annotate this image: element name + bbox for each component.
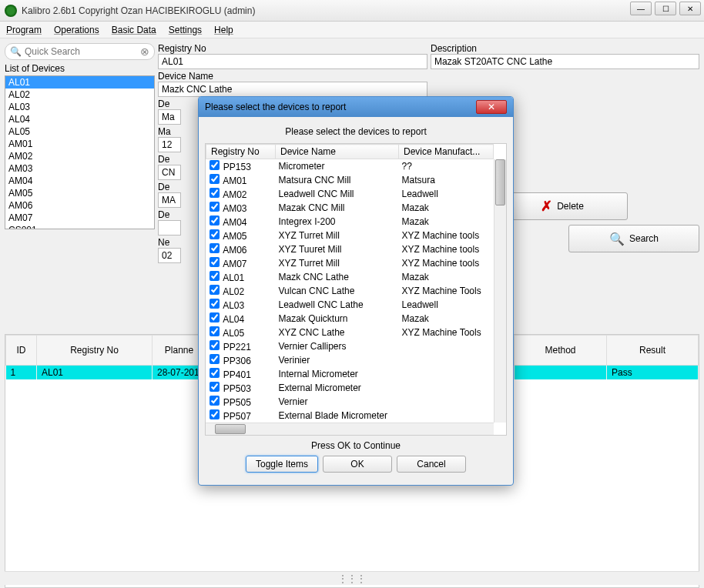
row-checkbox[interactable] [210,188,220,198]
table-row[interactable]: PP507External Blade Micrometer [206,409,494,423]
row-checkbox[interactable] [210,299,220,309]
dialog-titlebar[interactable]: Please select the devices to report ✕ [199,97,513,117]
col-registry[interactable]: Registry No [37,336,153,366]
ok-button[interactable]: OK [323,456,392,473]
delete-button[interactable]: ✗Delete [497,192,628,220]
dialog-subtitle: Please select the devices to report [205,123,507,143]
table-row[interactable]: AM04Integrex I-200Mazak [206,215,494,229]
row-checkbox[interactable] [210,382,220,392]
list-item[interactable]: AM06 [5,199,154,212]
row-checkbox[interactable] [210,160,220,170]
list-item[interactable]: AM04 [5,175,154,187]
search-icon: 🔍 [10,46,22,57]
list-item[interactable]: CS001 [5,224,154,229]
bottom-resize-grip[interactable]: ⋮⋮⋮ [5,571,699,585]
table-row[interactable]: AM05XYZ Turret MillXYZ Machine tools [206,229,494,242]
col-method[interactable]: Method [515,336,607,366]
menu-program[interactable]: Program [6,25,42,35]
table-row[interactable]: PP503External Micrometer [206,381,494,395]
list-item[interactable]: AM05 [5,187,154,199]
row-checkbox[interactable] [210,396,220,406]
delete-icon: ✗ [541,198,552,215]
app-icon [5,5,17,17]
device-name-input[interactable] [158,82,427,97]
list-item[interactable]: AL04 [5,113,154,125]
list-item[interactable]: AL05 [5,125,154,138]
device-name-label: Device Name [158,71,427,82]
row-checkbox[interactable] [210,229,220,239]
table-row[interactable]: PP401Internal Micrometer [206,367,494,381]
table-row[interactable]: AL02Vulcan CNC LatheXYZ Machine Tools [206,284,494,298]
dialog-hscrollbar[interactable] [206,423,494,435]
search-icon-btn: 🔍 [609,232,625,246]
list-item[interactable]: AL01 [5,76,154,89]
col-id[interactable]: ID [6,336,37,366]
table-row[interactable]: AL03Leadwell CNC LatheLeadwell [206,298,494,312]
cancel-button[interactable]: Cancel [397,456,466,473]
row-checkbox[interactable] [210,257,220,267]
device-report-dialog: Please select the devices to report ✕ Pl… [198,96,514,486]
table-row[interactable]: AM03Mazak CNC MillMazak [206,201,494,215]
table-row[interactable]: PP153Micrometer?? [206,159,494,174]
menu-help[interactable]: Help [214,25,233,35]
row-checkbox[interactable] [210,243,220,253]
row-checkbox[interactable] [210,326,220,336]
menu-basic-data[interactable]: Basic Data [112,25,156,35]
dialog-footer-text: Press OK to Continue [205,436,507,456]
list-item[interactable]: AL02 [5,89,154,101]
row-checkbox[interactable] [210,202,220,212]
list-item[interactable]: AM02 [5,150,154,162]
table-row[interactable]: PP221Vernier Callipers [206,339,494,353]
table-row[interactable]: AM02Leadwell CNC MillLeadwell [206,187,494,201]
dialog-title: Please select the devices to report [205,102,476,112]
table-row[interactable]: PP306Verinier [206,353,494,367]
row-checkbox[interactable] [210,215,220,226]
list-item[interactable]: AM07 [5,212,154,224]
table-row[interactable]: AL01Mazk CNC LatheMazak [206,270,494,284]
table-row[interactable]: AM06XYZ Tuuret MillXYZ Machine tools [206,242,494,256]
dialog-table[interactable]: Registry No Device Name Device Manufact.… [205,143,507,436]
clear-search-icon[interactable]: ⊗ [140,45,149,58]
app-title: Kalibro 2.6b1 Copyright Ozan HACIBEKIROG… [22,5,699,16]
list-item[interactable]: AM03 [5,162,154,175]
row-checkbox[interactable] [210,285,220,295]
table-row[interactable]: AM07XYZ Turret MillXYZ Machine tools [206,256,494,270]
device-list-label: List of Devices [5,63,155,74]
menu-operations[interactable]: Operations [54,25,99,35]
toggle-items-button[interactable]: Toggle Items [246,456,318,473]
table-row[interactable]: PP505Vernier [206,395,494,409]
device-list[interactable]: AL01AL02AL03AL04AL05AM01AM02AM03AM04AM05… [5,75,155,229]
row-checkbox[interactable] [210,368,220,378]
col-reg[interactable]: Registry No [206,145,276,159]
menu-settings[interactable]: Settings [169,25,202,35]
row-checkbox[interactable] [210,174,220,184]
registry-no-label: Registry No [158,43,427,54]
row-checkbox[interactable] [210,271,220,281]
row-checkbox[interactable] [210,340,220,350]
search-box[interactable]: 🔍 ⊗ [5,43,155,60]
registry-no-input[interactable] [158,54,427,69]
description-input[interactable] [431,54,699,69]
maximize-button[interactable]: ☐ [655,2,676,15]
search-input[interactable] [25,46,140,57]
col-name[interactable]: Device Name [276,145,399,159]
table-row[interactable]: AL04Mazak QuickturnMazak [206,312,494,326]
row-checkbox[interactable] [210,354,220,364]
row-checkbox[interactable] [210,409,220,419]
dialog-vscrollbar[interactable] [494,159,506,423]
titlebar: Kalibro 2.6b1 Copyright Ozan HACIBEKIROG… [0,0,704,22]
close-button[interactable]: ✕ [679,2,701,15]
dialog-close-button[interactable]: ✕ [476,100,507,114]
list-item[interactable]: AL03 [5,101,154,113]
list-item[interactable]: AM01 [5,138,154,150]
row-checkbox[interactable] [210,312,220,322]
menubar: Program Operations Basic Data Settings H… [0,22,704,38]
description-label: Description [431,43,699,54]
col-manufacturer[interactable]: Device Manufact... [399,145,494,159]
minimize-button[interactable]: — [630,2,652,15]
col-result[interactable]: Result [607,336,699,366]
search-button[interactable]: 🔍Search [568,225,699,252]
table-row[interactable]: AL05XYZ CNC LatheXYZ Machine Tools [206,326,494,339]
table-row[interactable]: AM01Matsura CNC MillMatsura [206,173,494,187]
